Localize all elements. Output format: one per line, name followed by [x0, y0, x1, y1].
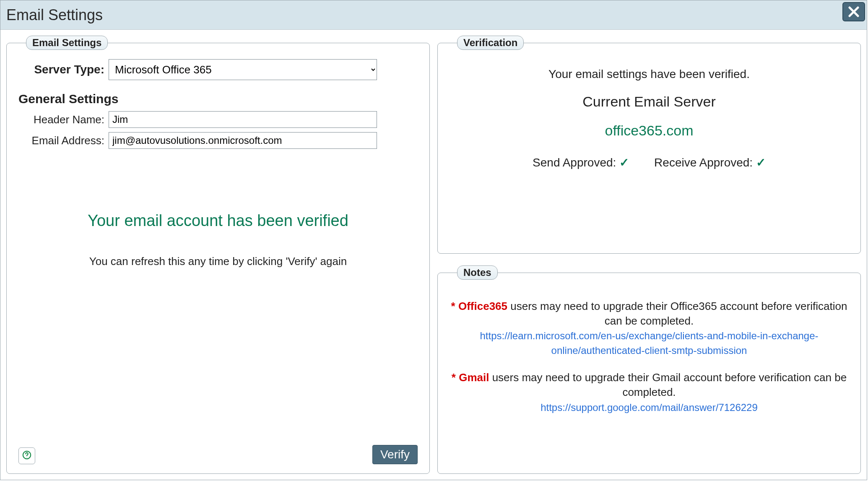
note-text: users may need to upgrade their Office36… [507, 300, 847, 327]
account-verified-message: Your email account has been verified [18, 212, 418, 230]
server-type-select[interactable]: Microsoft Office 365 [109, 59, 377, 80]
dialog-body: Email Settings Server Type: Microsoft Of… [0, 30, 867, 480]
note-gmail: * Gmail users may need to upgrade their … [450, 370, 849, 414]
note-link-gmail[interactable]: https://support.google.com/mail/answer/7… [541, 402, 758, 413]
note-office365: * Office365 users may need to upgrade th… [450, 299, 849, 358]
verify-button[interactable]: Verify [372, 445, 418, 464]
check-icon: ✓ [619, 156, 629, 169]
help-icon [22, 450, 31, 463]
close-button[interactable] [842, 2, 865, 21]
header-name-row: Header Name: [18, 111, 418, 128]
verification-panel: Verification Your email settings have be… [437, 36, 861, 254]
general-settings-heading: General Settings [18, 92, 418, 106]
account-verified-hint: You can refresh this any time by clickin… [18, 255, 418, 268]
right-column: Verification Your email settings have be… [437, 36, 861, 474]
email-settings-dialog: Email Settings Email Settings Server Typ… [0, 0, 867, 480]
note-text: users may need to upgrade their Gmail ac… [489, 371, 847, 398]
current-server-value: office365.com [450, 122, 849, 139]
header-name-input[interactable] [109, 111, 377, 128]
verification-status-message: Your email settings have been verified. [450, 68, 849, 81]
titlebar: Email Settings [0, 0, 867, 30]
email-address-input[interactable] [109, 132, 377, 149]
notes-legend: Notes [457, 265, 498, 280]
help-button[interactable] [18, 447, 35, 464]
notes-panel: Notes * Office365 users may need to upgr… [437, 265, 861, 474]
close-icon [847, 5, 860, 18]
window-title: Email Settings [6, 6, 103, 24]
current-server-heading: Current Email Server [450, 94, 849, 110]
verification-checks: Send Approved: ✓ Receive Approved: ✓ [450, 156, 849, 169]
note-provider: Gmail [459, 371, 489, 384]
note-star: * [451, 300, 458, 312]
email-address-label: Email Address: [18, 134, 109, 147]
left-column: Email Settings Server Type: Microsoft Of… [6, 36, 430, 474]
receive-approved: Receive Approved: ✓ [654, 156, 766, 169]
note-link-office365[interactable]: https://learn.microsoft.com/en-us/exchan… [480, 330, 818, 356]
check-icon: ✓ [756, 156, 766, 169]
note-provider: Office365 [458, 300, 507, 312]
email-settings-legend: Email Settings [26, 36, 108, 50]
server-type-row: Server Type: Microsoft Office 365 [18, 59, 418, 80]
send-approved: Send Approved: ✓ [533, 156, 629, 169]
verified-block: Your email account has been verified You… [18, 212, 418, 268]
email-settings-panel: Email Settings Server Type: Microsoft Of… [6, 36, 430, 474]
verification-legend: Verification [457, 36, 524, 50]
left-bottom-bar: Verify [18, 441, 418, 464]
email-address-row: Email Address: [18, 132, 418, 149]
server-type-label: Server Type: [18, 63, 109, 76]
svg-point-1 [26, 457, 27, 457]
header-name-label: Header Name: [18, 113, 109, 126]
note-star: * [452, 371, 459, 384]
